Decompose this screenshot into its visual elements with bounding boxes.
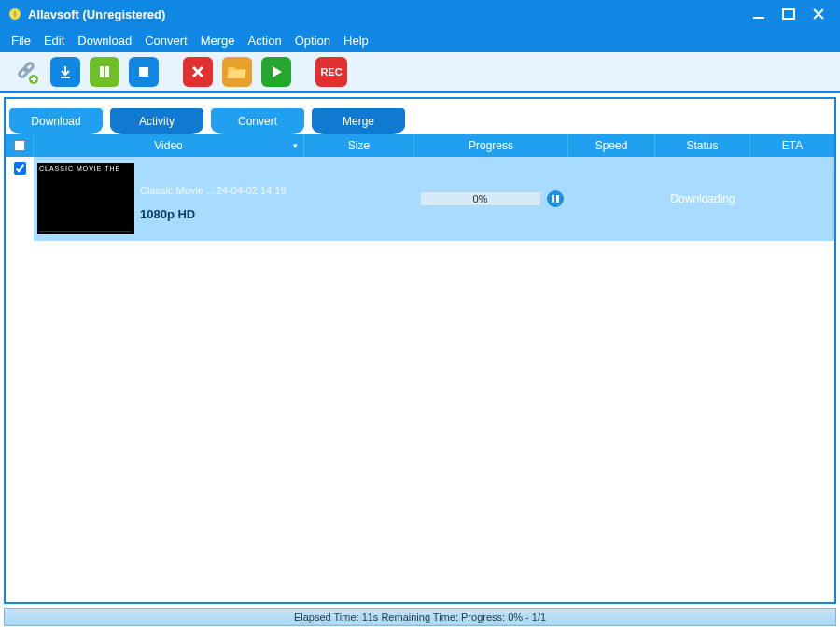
menu-edit[interactable]: Edit bbox=[44, 34, 64, 48]
svg-rect-4 bbox=[23, 63, 34, 73]
main-panel: Download Activity Convert Merge Video▾ S… bbox=[4, 97, 836, 604]
tabs-row: Download Activity Convert Merge bbox=[6, 99, 834, 134]
delete-button[interactable] bbox=[183, 57, 213, 87]
menu-merge[interactable]: Merge bbox=[201, 34, 235, 48]
open-folder-button[interactable] bbox=[222, 57, 252, 87]
pause-item-button[interactable] bbox=[547, 190, 564, 207]
menu-convert[interactable]: Convert bbox=[145, 34, 188, 48]
download-all-button[interactable] bbox=[50, 57, 80, 87]
row-eta bbox=[750, 157, 834, 241]
empty-area bbox=[6, 241, 834, 602]
status-text: Elapsed Time: 11s Remaining Time: Progre… bbox=[294, 611, 546, 623]
app-icon bbox=[7, 7, 22, 21]
svg-rect-9 bbox=[139, 67, 148, 77]
sort-indicator-icon: ▾ bbox=[293, 141, 298, 150]
header-eta[interactable]: ETA bbox=[750, 134, 834, 157]
svg-rect-8 bbox=[105, 66, 109, 77]
record-button[interactable]: REC bbox=[315, 57, 347, 87]
play-button[interactable] bbox=[261, 57, 291, 87]
tab-download[interactable]: Download bbox=[9, 108, 103, 134]
video-title: Classic Movie … bbox=[140, 185, 217, 196]
menu-download[interactable]: Download bbox=[77, 34, 132, 48]
menu-action[interactable]: Action bbox=[248, 34, 282, 48]
stop-all-button[interactable] bbox=[129, 57, 159, 87]
row-checkbox[interactable] bbox=[14, 162, 26, 175]
menu-help[interactable]: Help bbox=[343, 34, 369, 48]
svg-rect-2 bbox=[783, 9, 794, 19]
menubar: File Edit Download Convert Merge Action … bbox=[0, 28, 840, 52]
svg-rect-6 bbox=[61, 77, 70, 78]
header-progress[interactable]: Progress bbox=[414, 134, 568, 157]
row-speed bbox=[568, 157, 655, 241]
minimize-button[interactable] bbox=[752, 7, 765, 21]
titlebar: Allavsoft (Unregistered) bbox=[0, 0, 840, 28]
record-label: REC bbox=[320, 66, 342, 77]
row-video-cell: CLASSIC MOVIE THE Classic Movie …24-04-0… bbox=[34, 157, 304, 241]
video-thumbnail: CLASSIC MOVIE THE bbox=[37, 163, 134, 234]
video-meta: Classic Movie …24-04-02 14:19 1080p HD bbox=[140, 177, 287, 221]
statusbar: Elapsed Time: 11s Remaining Time: Progre… bbox=[4, 608, 836, 626]
toolbar: REC bbox=[0, 52, 840, 93]
svg-rect-7 bbox=[100, 66, 104, 77]
window-title: Allavsoft (Unregistered) bbox=[28, 7, 752, 21]
tab-merge[interactable]: Merge bbox=[312, 108, 405, 134]
svg-rect-1 bbox=[753, 17, 764, 19]
row-check-cell bbox=[6, 157, 34, 241]
close-button[interactable] bbox=[812, 7, 825, 21]
header-speed[interactable]: Speed bbox=[568, 134, 655, 157]
video-title-line: Classic Movie …24-04-02 14:19 bbox=[140, 185, 287, 196]
row-status: Downloading bbox=[655, 157, 750, 241]
row-size bbox=[304, 157, 414, 241]
svg-rect-10 bbox=[552, 195, 554, 203]
pause-all-button[interactable] bbox=[90, 57, 119, 87]
video-quality: 1080p HD bbox=[140, 207, 287, 221]
tab-convert[interactable]: Convert bbox=[211, 108, 304, 134]
menu-option[interactable]: Option bbox=[295, 34, 330, 48]
paste-url-button[interactable] bbox=[11, 57, 41, 87]
header-check-col[interactable] bbox=[6, 134, 34, 157]
select-all-checkbox[interactable] bbox=[14, 140, 25, 151]
header-size[interactable]: Size bbox=[304, 134, 414, 157]
table-row[interactable]: CLASSIC MOVIE THE Classic Movie …24-04-0… bbox=[6, 157, 834, 241]
header-status[interactable]: Status bbox=[655, 134, 750, 157]
maximize-button[interactable] bbox=[782, 7, 795, 21]
svg-rect-11 bbox=[556, 195, 559, 203]
row-progress-cell: 0% bbox=[414, 157, 568, 241]
progress-bar: 0% bbox=[420, 191, 541, 206]
video-datetime: 24-04-02 14:19 bbox=[217, 185, 287, 196]
tab-activity[interactable]: Activity bbox=[110, 108, 203, 134]
menu-file[interactable]: File bbox=[11, 34, 31, 48]
table-header: Video▾ Size Progress Speed Status ETA bbox=[6, 134, 834, 157]
header-video[interactable]: Video▾ bbox=[34, 134, 304, 157]
